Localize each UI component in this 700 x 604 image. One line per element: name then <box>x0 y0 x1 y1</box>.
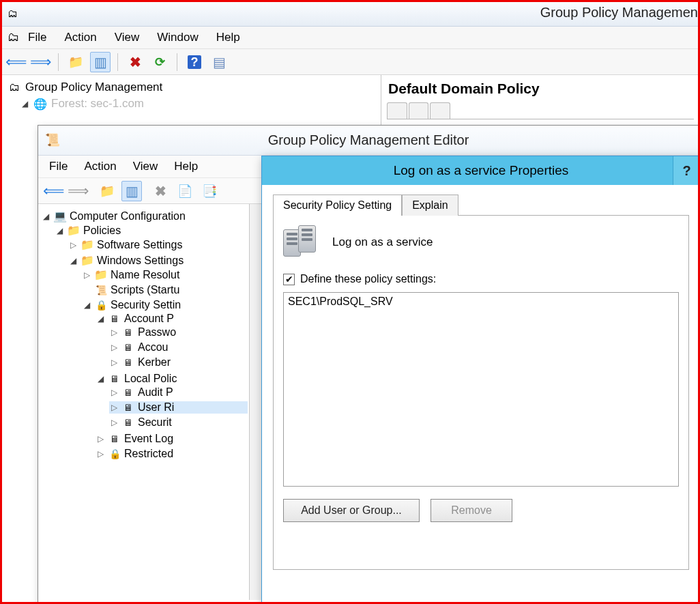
add-user-or-group-button[interactable]: Add User or Group... <box>283 499 420 522</box>
expand-icon[interactable] <box>96 374 105 384</box>
back-icon[interactable] <box>6 52 27 72</box>
gpm-menu-action[interactable]: Action <box>64 31 96 44</box>
gpm-tree-forest[interactable]: 🌐 Forest: sec-1.com <box>5 96 378 112</box>
help-button[interactable]: ? <box>673 156 700 185</box>
tree-audit-policy[interactable]: Audit P <box>109 386 248 399</box>
expand-icon[interactable] <box>109 328 119 337</box>
up-folder-icon[interactable] <box>65 52 86 72</box>
refresh-icon[interactable] <box>149 52 170 72</box>
tree-local-policies[interactable]: Local Polic <box>96 373 248 385</box>
forest-icon: 🌐 <box>33 98 47 111</box>
tree-label: Audit P <box>138 386 173 399</box>
gpme-menu-file[interactable]: File <box>49 160 68 173</box>
delete-icon[interactable] <box>150 181 171 201</box>
gpm-menu-view[interactable]: View <box>115 31 140 44</box>
back-icon[interactable] <box>44 181 64 201</box>
list-item[interactable]: SEC1\ProdSQL_SRV <box>288 296 674 308</box>
gpm-tab[interactable] <box>387 102 407 119</box>
gpme-sysicon: 📜 <box>45 132 60 147</box>
add-button-label: Add User or Group... <box>301 504 402 517</box>
expand-icon[interactable] <box>68 256 78 265</box>
expand-icon[interactable] <box>20 99 29 109</box>
policy-icon <box>121 416 135 429</box>
properties-window-icon[interactable] <box>90 52 111 72</box>
policy-icon <box>108 433 121 445</box>
gpm-tree-root[interactable]: 🗂 Group Policy Management <box>5 79 378 96</box>
gpm-menu-help[interactable]: Help <box>216 31 240 44</box>
expand-icon[interactable] <box>109 418 119 427</box>
remove-button[interactable]: Remove <box>431 499 512 522</box>
tree-kerberos-policy[interactable]: Kerber <box>109 356 248 369</box>
expand-icon[interactable] <box>82 270 91 280</box>
new-window-icon[interactable] <box>209 52 229 72</box>
restricted-icon <box>108 448 121 460</box>
expand-icon[interactable] <box>41 212 50 221</box>
properties-window-icon[interactable] <box>121 181 142 201</box>
expand-icon[interactable] <box>55 226 64 235</box>
gpme-menu-action[interactable]: Action <box>84 160 116 173</box>
gpm-menu-bar: 🗂 File Action View Window Help <box>2 27 698 49</box>
folder-icon <box>81 254 94 267</box>
expand-icon[interactable] <box>96 449 105 459</box>
gpm-sysicon: 🗂 <box>8 8 20 20</box>
folder-icon <box>81 238 94 251</box>
up-folder-icon[interactable] <box>97 181 117 201</box>
toolbar-separator <box>117 53 118 71</box>
security-icon <box>94 299 108 311</box>
tree-account-lockout[interactable]: Accou <box>109 341 248 354</box>
tree-scripts[interactable]: Scripts (Startu <box>82 284 248 296</box>
remove-button-label: Remove <box>451 504 492 517</box>
tree-policies[interactable]: Policies <box>55 224 248 237</box>
tree-computer-configuration[interactable]: Computer Configuration <box>41 210 248 222</box>
help-icon[interactable] <box>184 52 205 72</box>
tab-security-policy-setting[interactable]: Security Policy Setting <box>273 195 402 216</box>
help-icon: ? <box>682 163 690 179</box>
tree-security-options[interactable]: Securit <box>109 416 248 429</box>
toolbar-separator <box>177 53 177 71</box>
tree-label: Software Settings <box>97 239 182 251</box>
tree-account-policies[interactable]: Account P <box>96 313 248 325</box>
gpme-titlebar[interactable]: 📜 Group Policy Management Editor <box>38 126 699 156</box>
gpme-menu-help[interactable]: Help <box>174 160 198 173</box>
tree-password-policy[interactable]: Passwo <box>109 326 248 339</box>
delete-icon[interactable] <box>125 52 145 72</box>
gpme-menu-view[interactable]: View <box>133 160 158 173</box>
define-policy-checkbox[interactable] <box>283 274 295 285</box>
tree-label: Passwo <box>138 326 176 339</box>
tree-software-settings[interactable]: Software Settings <box>68 238 248 251</box>
tree-label: Name Resolut <box>111 269 179 281</box>
expand-icon[interactable] <box>82 300 91 310</box>
expand-icon[interactable] <box>109 343 119 352</box>
users-listbox[interactable]: SEC1\ProdSQL_SRV <box>283 292 679 487</box>
tree-label: Event Log <box>124 433 173 445</box>
expand-icon[interactable] <box>96 314 105 323</box>
gpm-menu-sysicon: 🗂 <box>8 31 19 44</box>
gpme-title: Group Policy Management Editor <box>268 132 469 148</box>
tree-event-log[interactable]: Event Log <box>96 433 248 445</box>
tab-explain[interactable]: Explain <box>402 195 458 216</box>
gpm-tab[interactable] <box>430 102 450 119</box>
forward-icon[interactable] <box>68 181 89 201</box>
expand-icon[interactable] <box>96 434 105 444</box>
define-policy-checkbox-row[interactable]: Define these policy settings: <box>283 273 679 285</box>
export-icon[interactable] <box>199 181 220 201</box>
gpm-menu-window[interactable]: Window <box>157 31 198 44</box>
tree-user-rights[interactable]: User Ri <box>109 401 248 414</box>
tree-windows-settings[interactable]: Windows Settings <box>68 254 248 267</box>
gpm-root-label: Group Policy Management <box>25 81 162 94</box>
tree-security-settings[interactable]: Security Settin <box>82 299 248 311</box>
gpme-tree-pane: Computer Configuration Policies <box>38 204 250 600</box>
properties-tabs: Security Policy Setting Explain <box>273 195 689 216</box>
tree-name-resolution[interactable]: Name Resolut <box>82 268 248 281</box>
expand-icon[interactable] <box>109 403 119 412</box>
document-icon[interactable] <box>175 181 195 201</box>
expand-icon[interactable] <box>68 240 78 250</box>
tree-label: Policies <box>83 225 121 237</box>
expand-icon[interactable] <box>109 358 119 367</box>
gpm-menu-file[interactable]: File <box>28 31 46 44</box>
properties-titlebar[interactable]: Log on as a service Properties ? <box>262 156 700 185</box>
expand-icon[interactable] <box>109 388 119 397</box>
gpm-tab[interactable] <box>409 102 429 119</box>
tree-restricted-groups[interactable]: Restricted <box>96 448 248 460</box>
forward-icon[interactable] <box>31 52 51 72</box>
